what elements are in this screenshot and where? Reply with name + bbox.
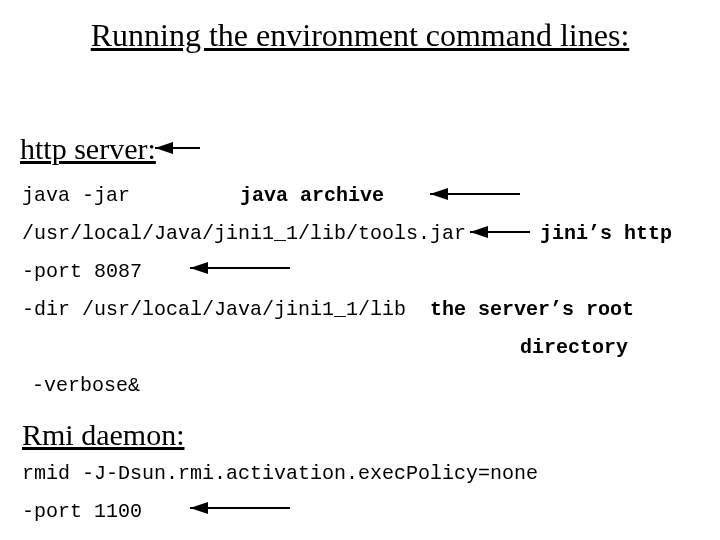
section-http-server: http server: [20, 132, 156, 166]
slide: Running the environment command lines: h… [0, 0, 720, 540]
cmd-java-jar: java -jar [22, 184, 130, 207]
cmd-tools-jar-path: /usr/local/Java/jini1_1/lib/tools.jar [22, 222, 466, 245]
slide-title: Running the environment command lines: [0, 18, 720, 53]
cmd-verbose: -verbose& [32, 374, 140, 397]
annot-directory: directory [520, 336, 628, 359]
cmd-port-8087: -port 8087 [22, 260, 142, 283]
section-rmi-daemon: Rmi daemon: [22, 418, 184, 452]
annot-java-archive: java archive [240, 184, 384, 207]
cmd-dir: -dir /usr/local/Java/jini1_1/lib [22, 298, 406, 321]
annot-jini-http: jini’s http [540, 222, 672, 245]
cmd-rmid: rmid -J-Dsun.rmi.activation.execPolicy=n… [22, 462, 538, 485]
cmd-port-1100: -port 1100 [22, 500, 142, 523]
annot-server-root: the server’s root [430, 298, 634, 321]
